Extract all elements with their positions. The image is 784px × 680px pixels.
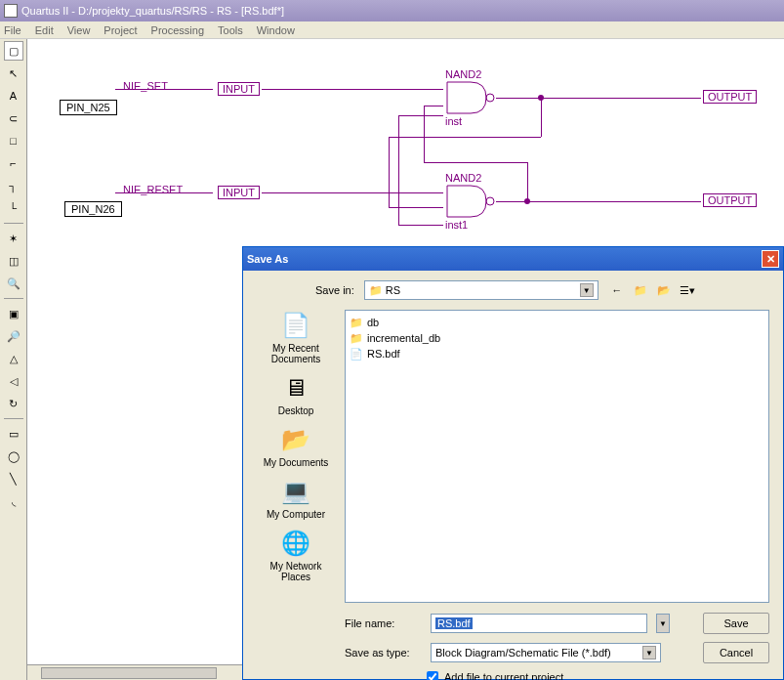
- places-bar: 📄My Recent Documents🖥Desktop📂My Document…: [257, 310, 335, 603]
- save-button[interactable]: Save: [703, 613, 769, 634]
- file-item[interactable]: 📄RS.bdf: [350, 346, 764, 361]
- close-icon[interactable]: ✕: [762, 250, 779, 268]
- shape-arc-icon[interactable]: ◟: [4, 491, 23, 511]
- back-icon[interactable]: ←: [608, 281, 626, 299]
- menu-tools[interactable]: Tools: [218, 24, 243, 36]
- menu-view[interactable]: View: [67, 24, 91, 36]
- gate1-type: NAND2: [445, 68, 481, 80]
- file-item[interactable]: 📁db: [350, 315, 764, 330]
- menubar: File Edit View Project Processing Tools …: [0, 21, 784, 39]
- input-block-1: INPUT: [218, 82, 260, 96]
- up-folder-icon[interactable]: 📁: [632, 281, 649, 299]
- filetype-combo[interactable]: Block Diagram/Schematic File (*.bdf) ▼: [431, 643, 661, 662]
- wire-node: [524, 198, 530, 204]
- flip-v-icon[interactable]: ◁: [4, 371, 23, 391]
- gate1-inst: inst: [445, 115, 462, 127]
- dialog-title: Save As: [247, 253, 288, 265]
- save-in-label: Save in:: [315, 284, 354, 296]
- arrow-icon[interactable]: ↖: [4, 64, 23, 83]
- cancel-button[interactable]: Cancel: [703, 642, 769, 663]
- gate2-inst: inst1: [445, 219, 468, 231]
- filename-input[interactable]: RS.bdf: [431, 614, 647, 633]
- svg-point-1: [486, 197, 494, 205]
- dialog-titlebar[interactable]: Save As ✕: [243, 247, 783, 271]
- save-as-dialog: Save As ✕ Save in: 📁 RS ▼ ← 📁 📂 ☰▾ 📄My R…: [242, 246, 784, 680]
- titlebar: ✦ Quartus II - D:/projekty_quartus/RS/RS…: [0, 0, 784, 21]
- ortho2-icon[interactable]: ┐: [4, 176, 23, 195]
- menu-edit[interactable]: Edit: [35, 24, 54, 36]
- menu-file[interactable]: File: [4, 24, 21, 36]
- symbol-icon[interactable]: ⊂: [4, 108, 23, 128]
- scrollbar-thumb[interactable]: [41, 667, 217, 679]
- nand-gate-1: [443, 78, 502, 117]
- ortho-icon[interactable]: ⌐: [4, 153, 23, 173]
- place-my-recent-documents[interactable]: 📄My Recent Documents: [257, 310, 335, 364]
- toolbox: ▢↖A⊂□⌐┐└✶◫🔍▣🔎△◁↻▭◯╲◟: [0, 39, 27, 680]
- place-my-network-places[interactable]: 🌐My Network Places: [257, 528, 335, 582]
- shape-rect-icon[interactable]: ▭: [4, 424, 23, 444]
- net-set-label: NIE_SET: [123, 80, 168, 92]
- nand-gate-2: [443, 182, 502, 221]
- chevron-down-icon[interactable]: ▼: [642, 646, 656, 659]
- wire-node: [538, 95, 544, 101]
- rotate-icon[interactable]: ↻: [4, 394, 23, 413]
- chevron-down-icon[interactable]: ▼: [580, 283, 594, 297]
- menu-processing[interactable]: Processing: [151, 24, 204, 36]
- menu-window[interactable]: Window: [257, 24, 295, 36]
- input-block-2: INPUT: [218, 186, 260, 199]
- gate2-type: NAND2: [445, 172, 481, 184]
- window-title: Quartus II - D:/projekty_quartus/RS/RS -…: [21, 5, 284, 17]
- signal-icon[interactable]: ✶: [4, 229, 23, 248]
- pin-n25: PIN_N25: [60, 100, 117, 115]
- output-block-1: OUTPUT: [703, 90, 757, 104]
- rect-icon[interactable]: □: [4, 131, 23, 150]
- wire-icon[interactable]: └: [4, 198, 23, 218]
- shape-line-icon[interactable]: ╲: [4, 469, 23, 489]
- file-list[interactable]: 📁db📁incremental_db📄RS.bdf: [345, 310, 769, 603]
- fullscreen-icon[interactable]: ▣: [4, 304, 23, 323]
- place-my-documents[interactable]: 📂My Documents: [264, 424, 329, 468]
- chevron-down-icon[interactable]: ▼: [656, 614, 670, 633]
- net-reset-label: NIE_RESET: [123, 184, 183, 195]
- save-in-combo[interactable]: 📁 RS ▼: [364, 280, 598, 300]
- find-icon[interactable]: 🔎: [4, 326, 23, 346]
- block-icon[interactable]: ▢: [4, 41, 23, 61]
- pin-n26: PIN_N26: [64, 201, 122, 217]
- place-my-computer[interactable]: 💻My Computer: [267, 476, 325, 520]
- filename-label: File name:: [345, 617, 421, 629]
- filetype-label: Save as type:: [345, 647, 421, 659]
- output-block-2: OUTPUT: [703, 193, 757, 207]
- views-icon[interactable]: ☰▾: [679, 281, 696, 299]
- flip-h-icon[interactable]: △: [4, 349, 23, 368]
- app-icon: ✦: [4, 4, 18, 18]
- text-icon[interactable]: A: [4, 86, 23, 106]
- place-desktop[interactable]: 🖥Desktop: [278, 372, 314, 416]
- partial-icon[interactable]: ◫: [4, 251, 23, 271]
- add-to-project-label: Add file to current project: [444, 671, 563, 680]
- new-folder-icon[interactable]: 📂: [655, 281, 673, 299]
- add-to-project-checkbox[interactable]: [427, 671, 438, 680]
- zoom-icon[interactable]: 🔍: [4, 274, 23, 293]
- file-item[interactable]: 📁incremental_db: [350, 330, 764, 346]
- menu-project[interactable]: Project: [103, 24, 137, 36]
- shape-oval-icon[interactable]: ◯: [4, 446, 23, 466]
- svg-point-0: [486, 94, 494, 102]
